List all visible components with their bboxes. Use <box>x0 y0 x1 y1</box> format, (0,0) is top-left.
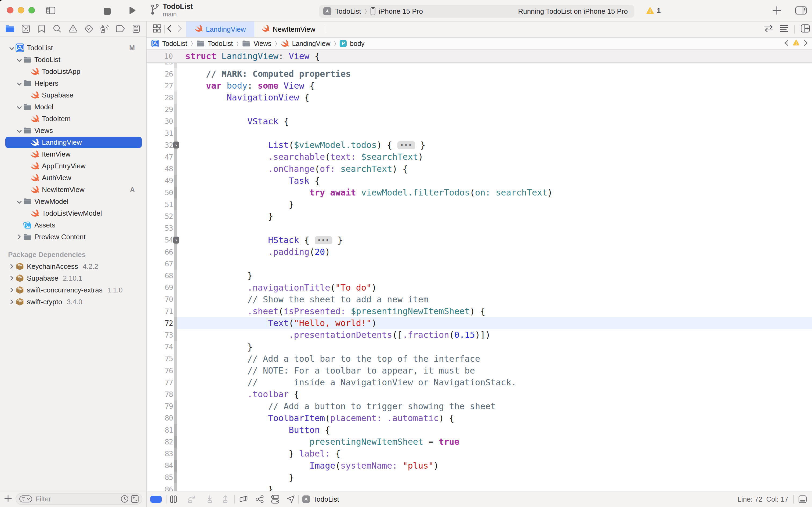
previous-issue-icon[interactable] <box>785 40 789 48</box>
code-line-49[interactable]: 49 Task { <box>147 175 812 187</box>
next-issue-icon[interactable] <box>804 40 808 48</box>
code-line-66[interactable]: 66 .padding(20) <box>147 246 812 258</box>
simulate-location-icon[interactable] <box>287 495 295 503</box>
code-line-85[interactable]: 85 } <box>147 471 812 484</box>
bookmarks-navigator-icon[interactable] <box>35 23 49 35</box>
toggle-navigator-icon[interactable] <box>46 6 55 16</box>
tree-item-model[interactable]: Model <box>0 101 146 113</box>
tree-item-swift-crypto[interactable]: swift-crypto 3.4.0 <box>0 296 146 308</box>
step-into-icon[interactable] <box>206 496 213 503</box>
editor-layout-icon[interactable] <box>153 24 161 35</box>
stop-button[interactable] <box>104 7 111 17</box>
tree-item-todolist[interactable]: TodoList <box>0 54 146 65</box>
folded-code-icon[interactable]: ••• <box>397 141 415 149</box>
toggle-inspector-icon[interactable] <box>795 6 807 17</box>
tree-item-todolistapp[interactable]: TodoListApp <box>0 65 146 77</box>
close-button[interactable] <box>7 7 13 13</box>
tree-item-views[interactable]: Views <box>0 125 146 136</box>
find-navigator-icon[interactable] <box>50 23 64 35</box>
code-line-76[interactable]: 76 // NOTE: For a toolbar to appear, it … <box>147 365 812 377</box>
code-line-86[interactable]: 86 } <box>147 484 812 491</box>
disclosure-down-icon[interactable] <box>15 56 23 64</box>
code-line-73[interactable]: 73 .presentationDetents([.fraction(0.15)… <box>147 329 812 341</box>
tree-item-preview-content[interactable]: Preview Content <box>0 231 146 243</box>
jumpbar-item[interactable]: TodoList <box>208 40 233 48</box>
reports-navigator-icon[interactable] <box>129 23 143 35</box>
warning-indicator[interactable]: 1 <box>646 6 660 15</box>
tree-item-assets[interactable]: Assets <box>0 219 146 231</box>
code-line-26[interactable]: 26 // MARK: Computed properties <box>147 68 812 80</box>
source-control-status-icon[interactable] <box>131 495 138 503</box>
tree-item-swift-concurrency-extras[interactable]: swift-concurrency-extras 1.1.0 <box>0 284 146 296</box>
related-items-icon[interactable] <box>764 24 773 35</box>
scheme-device[interactable]: iPhone 15 Pro <box>379 7 423 15</box>
add-editor-icon[interactable] <box>801 24 810 35</box>
code-line-28[interactable]: 28 NavigationView { <box>147 92 812 103</box>
code-line-67[interactable]: 67 <box>147 258 812 270</box>
jumpbar-item[interactable]: Views <box>253 40 271 48</box>
tree-item-todolistviewmodel[interactable]: TodoListViewModel <box>0 207 146 219</box>
code-line-52[interactable]: 52 } <box>147 210 812 222</box>
tree-item-todolist[interactable]: TodoListM <box>0 42 146 54</box>
tree-item-viewmodel[interactable]: ViewModel <box>0 195 146 207</box>
tree-item-todoitem[interactable]: TodoItem <box>0 113 146 125</box>
breakpoints-navigator-icon[interactable] <box>113 23 127 35</box>
filter-field[interactable]: Filter <box>15 493 142 505</box>
code-line-70[interactable]: 70 // Show the sheet to add a new item <box>147 293 812 305</box>
adjust-editor-icon[interactable] <box>780 25 789 34</box>
step-over-icon[interactable] <box>188 496 197 503</box>
code-line-83[interactable]: 83 } label: { <box>147 448 812 459</box>
code-line-80[interactable]: 80 ToolbarItem(placement: .automatic) { <box>147 412 812 424</box>
environment-overrides-icon[interactable] <box>271 495 279 504</box>
run-button[interactable] <box>129 6 136 17</box>
issues-navigator-icon[interactable] <box>66 23 80 35</box>
code-line-47[interactable]: 47 .searchable(text: $searchText) <box>147 151 812 163</box>
go-back-icon[interactable] <box>167 25 171 34</box>
disclosure-down-icon[interactable] <box>15 79 23 88</box>
go-forward-icon[interactable] <box>178 25 182 34</box>
add-button[interactable] <box>772 6 781 17</box>
code-line-31[interactable]: 31 <box>147 127 812 139</box>
tree-item-landingview[interactable]: LandingView <box>0 136 146 148</box>
toggle-debug-area-icon[interactable] <box>151 496 162 503</box>
code-line-53[interactable]: 53 <box>147 222 812 234</box>
pause-execution-icon[interactable] <box>170 496 177 503</box>
code-line-75[interactable]: 75 // Add a tool bar to the top of the i… <box>147 353 812 365</box>
code-line-50[interactable]: 50 try await viewModel.filterTodos(on: s… <box>147 187 812 199</box>
code-line-84[interactable]: 84 Image(systemName: "plus") <box>147 460 812 471</box>
code-line-32[interactable]: 32› List($viewModel.todos) { ••• } <box>147 139 812 151</box>
minimize-button[interactable] <box>18 7 24 13</box>
code-line-79[interactable]: 79 // Add a button to trigger showing th… <box>147 400 812 412</box>
zoom-button[interactable] <box>28 7 35 13</box>
sidebar-add-icon[interactable] <box>4 495 12 502</box>
recent-files-icon[interactable] <box>121 495 128 503</box>
code-line-51[interactable]: 51 } <box>147 199 812 210</box>
folded-code-icon[interactable]: ••• <box>315 236 333 244</box>
disclosure-right-icon[interactable] <box>8 274 15 282</box>
disclosure-right-icon[interactable] <box>8 262 15 271</box>
toggle-debug-console-icon[interactable] <box>799 496 807 503</box>
tree-item-newitemview[interactable]: NewItemViewA <box>0 184 146 195</box>
scheme-selector[interactable]: TodoList 〉 iPhone 15 Pro Running TodoLis… <box>319 5 634 18</box>
tree-item-keychainaccess[interactable]: KeychainAccess 4.2.2 <box>0 261 146 272</box>
code-line-74[interactable]: 74 } <box>147 341 812 353</box>
code-line-69[interactable]: 69 .navigationTitle("To do") <box>147 282 812 293</box>
disclosure-down-icon[interactable] <box>8 44 15 52</box>
code-line-48[interactable]: 48 .onChange(of: searchText) { <box>147 163 812 175</box>
code-fold-marker-icon[interactable]: › <box>173 237 179 243</box>
debug-navigator-icon[interactable] <box>98 23 111 35</box>
code-line-54[interactable]: 54› HStack { ••• } <box>147 234 812 246</box>
code-line-71[interactable]: 71 .sheet(isPresented: $presentingNewIte… <box>147 305 812 317</box>
tree-item-itemview[interactable]: ItemView <box>0 148 146 160</box>
debug-memory-graph-icon[interactable] <box>255 495 264 503</box>
code-line-82[interactable]: 82 presentingNewItemSheet = true <box>147 436 812 448</box>
disclosure-right-icon[interactable] <box>15 233 23 241</box>
disclosure-right-icon[interactable] <box>8 286 15 294</box>
code-line-30[interactable]: 30 VStack { <box>147 115 812 127</box>
tab-newitemview[interactable]: NewItemView <box>254 21 323 37</box>
tab-landingview[interactable]: LandingView <box>186 21 254 37</box>
code-line-72[interactable]: 72 Text("Hello, world!") <box>147 317 812 329</box>
jumpbar-item[interactable]: TodoList <box>162 40 187 48</box>
code-line-29[interactable]: 29 <box>147 104 812 115</box>
tree-item-authview[interactable]: AuthView <box>0 172 146 184</box>
